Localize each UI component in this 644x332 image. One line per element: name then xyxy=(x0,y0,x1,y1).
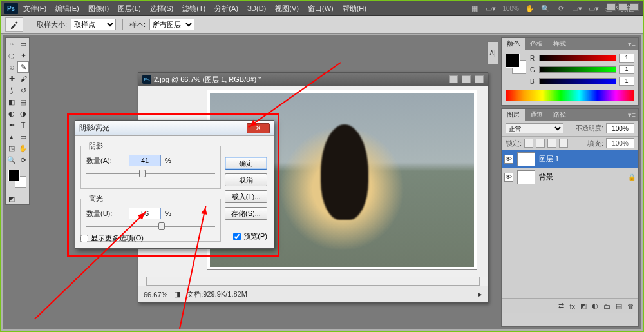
color-panel-menu[interactable]: ▾≡ xyxy=(625,40,638,48)
visibility-icon[interactable]: 👁 xyxy=(504,173,513,182)
menu-file[interactable]: 文件(F) xyxy=(19,2,50,15)
close-button[interactable] xyxy=(630,3,639,11)
doc-minimize[interactable] xyxy=(449,75,458,83)
highlight-slider[interactable] xyxy=(86,222,215,231)
lock-all-icon[interactable] xyxy=(559,139,568,148)
g-value[interactable]: 1 xyxy=(619,65,634,74)
shadow-slider[interactable] xyxy=(86,169,215,178)
layer-row[interactable]: 👁 背景 🔒 xyxy=(502,168,638,186)
type-tool[interactable]: T xyxy=(17,119,29,131)
layer-row[interactable]: 👁 图层 1 xyxy=(502,150,638,168)
zoom-tool[interactable]: 🔍 xyxy=(6,154,17,166)
minimize-button[interactable] xyxy=(607,3,616,11)
arrange-dropdown[interactable]: ▭▾ xyxy=(569,5,585,13)
panel-color-swatch[interactable] xyxy=(506,54,526,74)
hand-tool[interactable]: ✋ xyxy=(17,142,29,154)
history-brush-tool[interactable]: ↺ xyxy=(17,84,29,96)
menu-3d[interactable]: 3D(D) xyxy=(243,3,270,14)
layer-thumbnail[interactable] xyxy=(517,152,535,166)
menu-analysis[interactable]: 分析(A) xyxy=(211,2,242,15)
tab-layers[interactable]: 图层 xyxy=(502,109,525,121)
heal-tool[interactable]: ✚ xyxy=(6,73,17,84)
link-layers-icon[interactable]: ⇄ xyxy=(558,302,564,310)
spectrum-bar[interactable] xyxy=(506,90,634,101)
fx-icon[interactable]: fx xyxy=(569,302,575,310)
maximize-button[interactable] xyxy=(618,3,627,11)
rotate-icon[interactable]: ⟳ xyxy=(554,3,568,14)
brush-tool[interactable]: 🖌 xyxy=(17,73,29,84)
menu-view[interactable]: 视图(V) xyxy=(271,2,303,15)
gradient-tool[interactable]: ▤ xyxy=(17,96,29,108)
current-tool-eyedropper-icon[interactable] xyxy=(5,17,23,32)
menu-edit[interactable]: 编辑(E) xyxy=(52,2,83,15)
visibility-icon[interactable]: 👁 xyxy=(504,155,513,164)
adjustment-icon[interactable]: ◐ xyxy=(592,302,598,310)
zoom-level[interactable]: 100% xyxy=(500,5,522,12)
shape-tool[interactable]: ▭ xyxy=(17,131,29,142)
menu-filter[interactable]: 滤镜(T) xyxy=(178,2,209,15)
crop-tool[interactable]: ⟄ xyxy=(6,61,17,73)
stamp-tool[interactable]: ⟆ xyxy=(6,84,17,96)
pen-tool[interactable]: ✒ xyxy=(6,119,17,131)
layer-name[interactable]: 背景 xyxy=(539,172,553,182)
load-button[interactable]: 载入(L)... xyxy=(225,190,267,203)
tab-swatches[interactable]: 色板 xyxy=(525,38,548,50)
shadow-amount-input[interactable] xyxy=(129,155,161,166)
quickmask-toggle[interactable]: ◩ xyxy=(6,193,17,204)
screen-mode-dropdown[interactable]: ▭▾ xyxy=(483,5,498,13)
lock-position-icon[interactable] xyxy=(547,139,556,148)
doc-close[interactable] xyxy=(475,75,484,83)
scrollbar-horizontal[interactable] xyxy=(146,277,480,286)
g-slider[interactable] xyxy=(539,66,616,73)
scrollbar-vertical[interactable] xyxy=(480,86,488,277)
3d-tool[interactable]: ◳ xyxy=(6,142,17,154)
opacity-value[interactable]: 100% xyxy=(606,123,634,133)
zoom-status[interactable]: 66.67% xyxy=(144,291,167,298)
color-swatch[interactable] xyxy=(8,170,26,189)
tab-paths[interactable]: 路径 xyxy=(548,109,571,121)
menu-select[interactable]: 选择(S) xyxy=(146,2,178,15)
zoom-icon[interactable]: 🔍 xyxy=(538,3,553,14)
menu-window[interactable]: 窗口(W) xyxy=(304,2,337,15)
tab-channels[interactable]: 通道 xyxy=(525,109,548,121)
r-value[interactable]: 1 xyxy=(619,54,634,63)
hand-icon[interactable]: ✋ xyxy=(523,3,537,14)
fill-value[interactable]: 100% xyxy=(606,138,634,148)
dialog-titlebar[interactable]: 阴影/高光 ✕ xyxy=(75,121,274,136)
lock-transparency-icon[interactable] xyxy=(524,139,533,148)
layer-thumbnail[interactable] xyxy=(517,170,535,184)
doc-info-icon[interactable]: ◨ xyxy=(174,290,180,298)
lock-pixels-icon[interactable] xyxy=(536,139,545,148)
preview-checkbox[interactable] xyxy=(233,233,241,240)
layer-list[interactable]: 👁 图层 1 👁 背景 🔒 xyxy=(502,150,638,298)
blend-mode-select[interactable]: 正常 xyxy=(506,123,564,133)
sample-select[interactable]: 所有图层 xyxy=(149,19,194,30)
highlight-amount-input[interactable] xyxy=(129,208,161,219)
lasso-tool[interactable]: ◌ xyxy=(6,50,17,61)
dialog-close-button[interactable]: ✕ xyxy=(247,123,270,133)
character-panel-tab[interactable]: A| xyxy=(487,41,498,64)
sample-size-select[interactable]: 取样点 xyxy=(71,19,116,30)
menu-image[interactable]: 图像(I) xyxy=(84,2,113,15)
cancel-button[interactable]: 取消 xyxy=(225,173,267,186)
doc-maximize[interactable] xyxy=(462,75,471,83)
marquee-tool[interactable]: ▭ xyxy=(17,38,29,50)
bridge-icon[interactable]: ▦ xyxy=(468,3,482,14)
mask-icon[interactable]: ◩ xyxy=(580,302,587,310)
status-menu[interactable]: ▸ xyxy=(478,290,482,298)
tab-styles[interactable]: 样式 xyxy=(548,38,571,50)
b-value[interactable]: 1 xyxy=(619,77,634,86)
menu-layer[interactable]: 图层(L) xyxy=(114,2,144,15)
quick-select-tool[interactable]: ✦ xyxy=(17,50,29,61)
dodge-tool[interactable]: ◑ xyxy=(17,108,29,119)
document-titlebar[interactable]: Ps 2.jpg @ 66.7% (图层 1, RGB/8#) * xyxy=(138,73,488,86)
menu-help[interactable]: 帮助(H) xyxy=(339,2,370,15)
group-icon[interactable]: 🗀 xyxy=(603,302,611,310)
b-slider[interactable] xyxy=(539,78,616,84)
blur-tool[interactable]: ◐ xyxy=(6,108,17,119)
save-button[interactable]: 存储(S)... xyxy=(225,207,267,220)
show-more-checkbox[interactable] xyxy=(80,235,88,242)
ok-button[interactable]: 确定 xyxy=(225,157,267,170)
layer-name[interactable]: 图层 1 xyxy=(539,154,559,164)
move-tool[interactable]: ↔ xyxy=(6,38,17,50)
